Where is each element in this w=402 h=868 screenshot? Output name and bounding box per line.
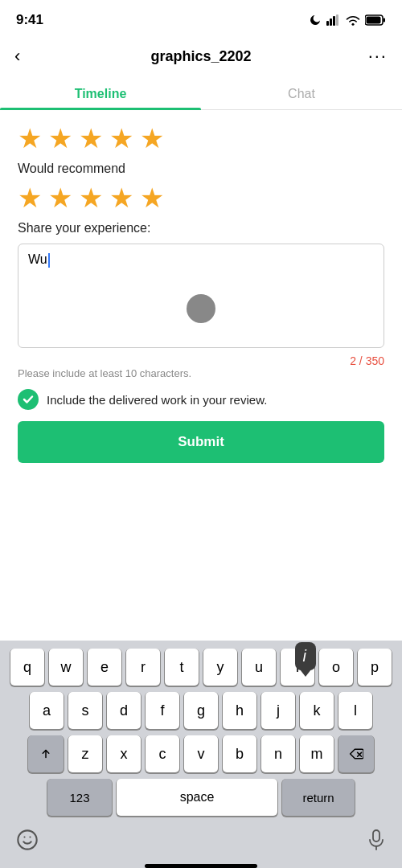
stars-row-1: ★ ★ ★ ★ ★	[18, 125, 384, 152]
mic-icon[interactable]	[367, 829, 386, 851]
backspace-key[interactable]	[338, 735, 374, 772]
svg-rect-0	[326, 21, 329, 26]
shift-icon	[39, 747, 53, 761]
backspace-icon	[349, 747, 363, 760]
key-b[interactable]: b	[223, 735, 256, 772]
recommend-star-3[interactable]: ★	[79, 184, 103, 211]
hint-text: Please include at least 10 characters.	[18, 367, 384, 379]
page-title: graphics_2202	[150, 48, 251, 65]
svg-rect-13	[373, 830, 379, 841]
key-f[interactable]: f	[146, 692, 179, 729]
keyboard-row-2: a s d f g h j k l	[3, 692, 399, 729]
tab-chat[interactable]: Chat	[201, 77, 402, 109]
star-4[interactable]: ★	[109, 125, 133, 152]
key-s[interactable]: s	[68, 692, 102, 729]
char-count: 2 / 350	[18, 354, 384, 367]
submit-button[interactable]: Submit	[18, 421, 384, 463]
home-indicator	[145, 864, 257, 868]
would-recommend-label: Would recommend	[18, 162, 384, 176]
recommend-star-5[interactable]: ★	[140, 184, 164, 211]
shift-key[interactable]	[28, 735, 64, 772]
key-j[interactable]: j	[261, 692, 295, 729]
key-p[interactable]: p	[358, 649, 392, 686]
key-g[interactable]: g	[184, 692, 218, 729]
include-text: Include the delivered work in your revie…	[47, 393, 267, 407]
back-button[interactable]: ‹	[14, 46, 43, 67]
key-x[interactable]: x	[107, 735, 141, 772]
tab-timeline[interactable]: Timeline	[0, 77, 201, 109]
svg-rect-1	[330, 18, 332, 26]
key-i[interactable]: i i	[281, 649, 314, 686]
key-c[interactable]: c	[146, 735, 179, 772]
key-y[interactable]: y	[203, 649, 237, 686]
text-cursor	[48, 253, 50, 268]
signal-icon	[326, 14, 341, 26]
star-1[interactable]: ★	[18, 125, 42, 152]
key-z[interactable]: z	[68, 735, 102, 772]
key-o[interactable]: o	[319, 649, 353, 686]
status-icons	[309, 14, 386, 27]
star-2[interactable]: ★	[48, 125, 72, 152]
svg-rect-2	[333, 16, 335, 26]
checkmark-icon	[18, 389, 39, 410]
key-n[interactable]: n	[261, 735, 295, 772]
star-3[interactable]: ★	[79, 125, 103, 152]
keyboard-extras	[3, 822, 399, 859]
keyboard-row-1: q w e r t y u i i o p	[3, 649, 399, 686]
key-a[interactable]: a	[30, 692, 64, 729]
share-label: Share your experience:	[18, 221, 384, 235]
key-k[interactable]: k	[300, 692, 334, 729]
key-r[interactable]: r	[126, 649, 160, 686]
textarea-value: Wu	[28, 252, 374, 268]
recommend-star-4[interactable]: ★	[109, 184, 133, 211]
emoji-icon[interactable]	[16, 829, 39, 851]
tabs: Timeline Chat	[0, 77, 402, 110]
svg-rect-5	[367, 17, 381, 24]
drag-handle[interactable]	[187, 294, 215, 323]
status-bar: 9:41	[0, 0, 402, 35]
recommend-star-2[interactable]: ★	[48, 184, 72, 211]
more-button[interactable]: ···	[359, 46, 388, 67]
key-v[interactable]: v	[184, 735, 218, 772]
stars-row-2: ★ ★ ★ ★ ★	[18, 184, 384, 211]
key-d[interactable]: d	[107, 692, 141, 729]
header: ‹ graphics_2202 ···	[0, 35, 402, 77]
svg-rect-6	[384, 18, 386, 23]
key-t[interactable]: t	[165, 649, 199, 686]
key-m[interactable]: m	[300, 735, 334, 772]
keyboard: q w e r t y u i i o p a s d f g h j k l	[0, 641, 402, 868]
key-w[interactable]: w	[49, 649, 83, 686]
moon-icon	[309, 14, 322, 27]
key-u[interactable]: u	[242, 649, 276, 686]
svg-point-10	[18, 830, 36, 849]
return-key[interactable]: return	[282, 779, 355, 816]
status-time: 9:41	[16, 12, 43, 28]
keyboard-row-3: z x c v b n m	[3, 735, 399, 772]
include-work-row: Include the delivered work in your revie…	[18, 389, 384, 410]
key-h[interactable]: h	[223, 692, 256, 729]
battery-icon	[365, 14, 386, 26]
key-e[interactable]: e	[88, 649, 121, 686]
key-q[interactable]: q	[10, 649, 44, 686]
recommend-star-1[interactable]: ★	[18, 184, 42, 211]
keyboard-row-bottom: 123 space return	[3, 779, 399, 816]
svg-rect-3	[336, 14, 338, 26]
content: ★ ★ ★ ★ ★ Would recommend ★ ★ ★ ★ ★ Shar…	[0, 110, 402, 463]
key-l[interactable]: l	[338, 692, 372, 729]
star-5[interactable]: ★	[140, 125, 164, 152]
numbers-key[interactable]: 123	[47, 779, 112, 816]
experience-textarea[interactable]: Wu	[18, 244, 384, 348]
wifi-icon	[346, 14, 360, 26]
space-key[interactable]: space	[117, 779, 277, 816]
